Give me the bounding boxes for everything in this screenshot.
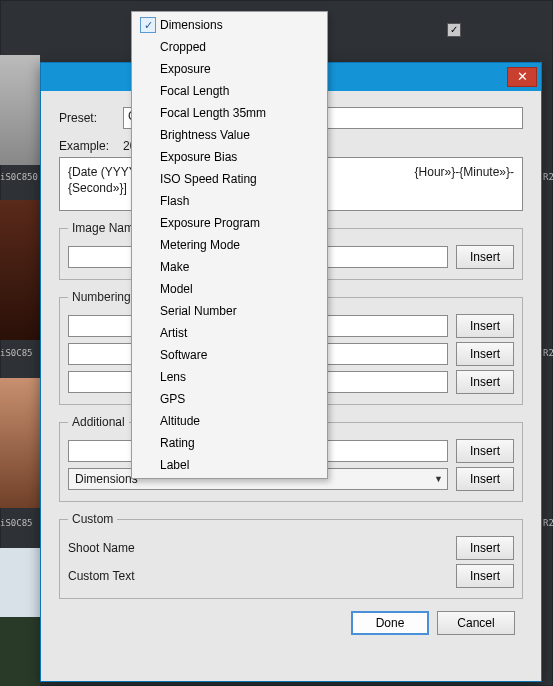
- cancel-button[interactable]: Cancel: [437, 611, 515, 635]
- dropdown-item-label: Flash: [160, 194, 317, 208]
- dropdown-item-label: Label: [160, 458, 317, 472]
- shoot-name-label: Shoot Name: [68, 541, 148, 555]
- dropdown-item-label: ISO Speed Rating: [160, 172, 317, 186]
- bg-filename: iS0C85: [0, 518, 33, 528]
- custom-text-label: Custom Text: [68, 569, 148, 583]
- dropdown-item[interactable]: ✓Dimensions: [132, 14, 327, 36]
- bg-checkbox[interactable]: ✓: [447, 23, 461, 37]
- dropdown-item-label: Dimensions: [160, 18, 317, 32]
- combo-value: Dimensions: [75, 472, 138, 486]
- group-custom: Custom Shoot Name Insert Custom Text Ins…: [59, 512, 523, 599]
- bg-filename: iS0C85: [0, 348, 33, 358]
- legend-custom: Custom: [68, 512, 117, 526]
- dropdown-item[interactable]: Rating: [132, 432, 327, 454]
- dropdown-item[interactable]: Focal Length: [132, 80, 327, 102]
- bg-filename: R2: [543, 172, 553, 182]
- dropdown-item-label: Brightness Value: [160, 128, 317, 142]
- dropdown-item[interactable]: Software: [132, 344, 327, 366]
- dropdown-item[interactable]: Altitude: [132, 410, 327, 432]
- chevron-down-icon: ▼: [434, 474, 443, 484]
- insert-button[interactable]: Insert: [456, 245, 514, 269]
- dropdown-item-label: GPS: [160, 392, 317, 406]
- dropdown-item[interactable]: ISO Speed Rating: [132, 168, 327, 190]
- template-left: {Date (YYYY {Second»}]: [68, 164, 137, 204]
- dropdown-item-label: Model: [160, 282, 317, 296]
- dropdown-item[interactable]: Label: [132, 454, 327, 476]
- close-button[interactable]: ✕: [507, 67, 537, 87]
- dropdown-item[interactable]: Serial Number: [132, 300, 327, 322]
- bg-thumbnail: [0, 55, 40, 165]
- dropdown-item-label: Rating: [160, 436, 317, 450]
- dropdown-item[interactable]: Artist: [132, 322, 327, 344]
- preset-label: Preset:: [59, 111, 123, 125]
- bg-filename: iS0C850: [0, 172, 38, 182]
- dropdown-item[interactable]: Focal Length 35mm: [132, 102, 327, 124]
- check-gutter: ✓: [136, 17, 160, 33]
- dropdown-item[interactable]: Exposure Program: [132, 212, 327, 234]
- template-right: {Hour»}-{Minute»}-: [415, 164, 514, 204]
- metadata-dropdown[interactable]: ✓DimensionsCroppedExposureFocal LengthFo…: [131, 11, 328, 479]
- bg-filename: R2: [543, 518, 553, 528]
- dropdown-item[interactable]: GPS: [132, 388, 327, 410]
- dropdown-item-label: Metering Mode: [160, 238, 317, 252]
- done-button[interactable]: Done: [351, 611, 429, 635]
- dropdown-item[interactable]: Lens: [132, 366, 327, 388]
- dropdown-item-label: Focal Length: [160, 84, 317, 98]
- insert-button[interactable]: Insert: [456, 314, 514, 338]
- check-icon: ✓: [140, 17, 156, 33]
- dropdown-item-label: Cropped: [160, 40, 317, 54]
- dropdown-item[interactable]: Exposure Bias: [132, 146, 327, 168]
- dropdown-item-label: Exposure: [160, 62, 317, 76]
- dropdown-item[interactable]: Model: [132, 278, 327, 300]
- dropdown-item-label: Exposure Bias: [160, 150, 317, 164]
- dropdown-item[interactable]: Exposure: [132, 58, 327, 80]
- dropdown-item[interactable]: Metering Mode: [132, 234, 327, 256]
- dropdown-item-label: Lens: [160, 370, 317, 384]
- dropdown-item-label: Artist: [160, 326, 317, 340]
- insert-button[interactable]: Insert: [456, 370, 514, 394]
- insert-button[interactable]: Insert: [456, 439, 514, 463]
- bg-thumbnail: [0, 200, 40, 340]
- legend-numbering: Numbering: [68, 290, 135, 304]
- legend-additional: Additional: [68, 415, 129, 429]
- dropdown-item-label: Serial Number: [160, 304, 317, 318]
- insert-button[interactable]: Insert: [456, 536, 514, 560]
- dropdown-item-label: Altitude: [160, 414, 317, 428]
- dropdown-item[interactable]: Flash: [132, 190, 327, 212]
- bg-thumbnail: [0, 378, 40, 508]
- dropdown-item[interactable]: Brightness Value: [132, 124, 327, 146]
- dropdown-item-label: Focal Length 35mm: [160, 106, 317, 120]
- dropdown-item-label: Make: [160, 260, 317, 274]
- dropdown-item[interactable]: Make: [132, 256, 327, 278]
- dropdown-item[interactable]: Cropped: [132, 36, 327, 58]
- dropdown-item-label: Exposure Program: [160, 216, 317, 230]
- insert-button[interactable]: Insert: [456, 564, 514, 588]
- dropdown-item-label: Software: [160, 348, 317, 362]
- bg-thumbnail: [0, 548, 40, 686]
- insert-button[interactable]: Insert: [456, 342, 514, 366]
- bg-filename: R2: [543, 348, 553, 358]
- example-label: Example:: [59, 139, 123, 153]
- insert-button[interactable]: Insert: [456, 467, 514, 491]
